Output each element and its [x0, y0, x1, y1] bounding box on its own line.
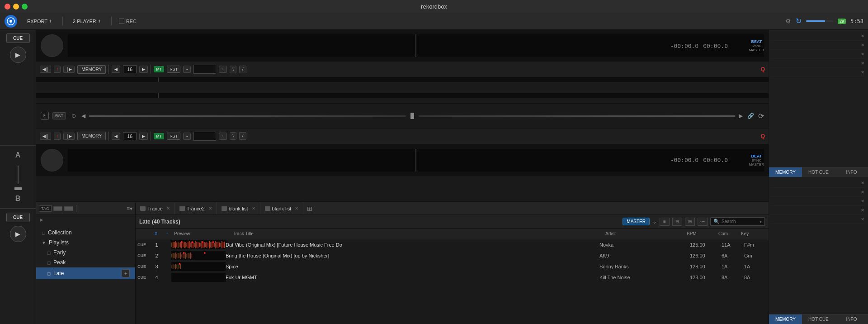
blank2-tab-close[interactable]: ✕ — [295, 206, 298, 211]
minimize-button[interactable] — [13, 4, 19, 10]
deck-b-pitch-display[interactable] — [193, 132, 216, 141]
col-artist[interactable]: Artist — [604, 231, 685, 236]
deck-b-fwd-btn[interactable]: ║▶ — [63, 133, 75, 140]
deck-b-back-btn[interactable]: ◀║ — [40, 133, 51, 140]
col-bpm[interactable]: BPM — [685, 231, 717, 236]
mixer-link-icon[interactable]: ⟳ — [758, 112, 764, 120]
cue-close-5[interactable]: ✕ — [861, 70, 864, 75]
memory-tab-b[interactable]: MEMORY — [769, 314, 802, 324]
view-wave-btn[interactable]: 〜 — [698, 218, 708, 226]
playlist-tab-trance[interactable]: Trance ✕ — [136, 202, 175, 214]
deck-a-plus-btn[interactable]: + — [219, 66, 226, 73]
nav-item-peak[interactable]: ◻ Peak — [36, 257, 135, 267]
deck-b-memory-button[interactable]: MEMORY — [77, 132, 106, 140]
settings-icon[interactable]: ⚙ — [785, 18, 791, 25]
info-tab-a[interactable]: INFO — [835, 167, 868, 177]
deck-b-rst-button[interactable]: RST — [167, 133, 180, 140]
track-search-input[interactable] — [722, 219, 758, 224]
deck-b-cue-button[interactable]: CUE — [6, 213, 30, 222]
mixer-crossfader[interactable] — [89, 115, 406, 117]
deck-a-waveform-canvas[interactable] — [68, 34, 764, 57]
cue-b-close-1[interactable]: ✕ — [861, 181, 864, 186]
table-row[interactable]: CUE 4 Fuk Ur MGMT Kill The Noise 128.00 … — [136, 272, 769, 283]
deck-a-loop-next[interactable]: ▶ — [139, 66, 148, 73]
playlist-tab-trance2[interactable]: Trance2 ✕ — [175, 202, 217, 214]
col-title[interactable]: Track Title — [231, 231, 604, 236]
crossfader-center[interactable] — [410, 113, 414, 119]
tag-color-1[interactable] — [53, 206, 62, 211]
nav-item-early[interactable]: ◻ Early — [36, 248, 135, 257]
deck-a-minus-btn[interactable]: − — [183, 66, 191, 73]
nav-item-late[interactable]: ◻ Late + — [36, 267, 135, 279]
deck-a-exclaim-btn[interactable]: ! — [54, 66, 61, 73]
nav-item-playlists[interactable]: ▼ Playlists — [36, 238, 135, 248]
nav-item-collection[interactable]: ◻ Collection — [36, 228, 135, 238]
memory-tab-a[interactable]: MEMORY — [769, 167, 802, 177]
cue-close-1[interactable]: ✕ — [861, 33, 864, 38]
deck-a-loop-prev[interactable]: ◀ — [112, 66, 120, 73]
blank1-tab-close[interactable]: ✕ — [252, 206, 255, 211]
col-sort-arrow[interactable]: ↑ — [165, 231, 173, 236]
table-row[interactable]: CUE 3 — [136, 261, 769, 272]
nav-collapse-btn[interactable]: ▶ — [36, 215, 135, 224]
deck-a-cue-button[interactable]: CUE — [6, 33, 30, 43]
deck-a-mt-button[interactable]: MT — [154, 66, 164, 72]
info-tab-b[interactable]: INFO — [835, 314, 868, 324]
export-button[interactable]: EXPORT ⬍ — [24, 17, 55, 25]
deck-b-slope2-btn[interactable]: ⧸ — [239, 132, 246, 140]
search-dropdown-icon[interactable]: ▾ — [760, 219, 762, 224]
deck-a-rst-button[interactable]: RST — [167, 66, 180, 73]
master-select-button[interactable]: MASTER — [623, 218, 650, 225]
deck-b-loop-prev[interactable]: ◀ — [112, 133, 120, 140]
cue-close-4[interactable]: ✕ — [861, 61, 864, 66]
view-list-btn[interactable]: ≡ — [660, 218, 670, 226]
col-key[interactable]: Key — [740, 231, 767, 236]
deck-a-mini-waveform[interactable] — [36, 77, 769, 98]
mixer-arrow-right[interactable]: ▶ — [739, 113, 743, 119]
rec-checkbox[interactable] — [119, 19, 124, 24]
tag-color-2[interactable] — [64, 206, 73, 211]
deck-a-memory-button[interactable]: MEMORY — [77, 65, 106, 74]
add-playlist-button[interactable]: + — [122, 269, 130, 277]
deck-b-play-button[interactable]: ▶ — [10, 226, 26, 242]
trance2-tab-close[interactable]: ✕ — [208, 206, 212, 211]
playlist-tab-blank2[interactable]: blank list ✕ — [260, 202, 304, 214]
window-controls[interactable] — [5, 4, 28, 10]
track-search-box[interactable]: 🔍 ▾ — [710, 217, 765, 226]
deck-a-back-btn[interactable]: ◀║ — [40, 66, 51, 73]
deck-b-slope-btn[interactable]: ⧵ — [230, 132, 236, 140]
hot-cue-tab-b[interactable]: HOT CUE — [802, 314, 835, 324]
mixer-arrow-left[interactable]: ◀ — [81, 113, 85, 119]
cue-b-close-4[interactable]: ✕ — [861, 208, 864, 213]
mixer-rst-button[interactable]: RST — [52, 112, 66, 119]
cue-b-close-5[interactable]: ✕ — [861, 217, 864, 222]
master-chevron-icon[interactable]: ⌄ — [652, 219, 657, 225]
cue-close-3[interactable]: ✕ — [861, 52, 864, 57]
view-grid-btn[interactable]: ⊞ — [685, 218, 695, 226]
maximize-button[interactable] — [22, 4, 28, 10]
cue-b-close-3[interactable]: ✕ — [861, 199, 864, 204]
deck-a-fwd-btn[interactable]: ║▶ — [63, 66, 75, 73]
player-mode-button[interactable]: 2 PLAYER ⬍ — [70, 17, 104, 25]
table-row[interactable]: CUE 2 — [136, 250, 769, 261]
col-num[interactable]: # — [153, 231, 165, 236]
view-detail-btn[interactable]: ⊟ — [672, 218, 682, 226]
table-row[interactable]: CUE 1 — [136, 239, 769, 250]
hot-cue-tab-a[interactable]: HOT CUE — [802, 167, 835, 177]
close-button[interactable] — [5, 4, 10, 10]
deck-b-plus-btn[interactable]: + — [219, 133, 226, 140]
trance-tab-close[interactable]: ✕ — [166, 206, 170, 211]
refresh-icon[interactable]: ↻ — [796, 17, 802, 25]
deck-b-waveform-canvas[interactable] — [68, 149, 764, 172]
deck-a-play-button[interactable]: ▶ — [10, 47, 26, 63]
deck-b-minus-btn[interactable]: − — [183, 133, 191, 140]
deck-a-slope2-btn[interactable]: ⧸ — [239, 66, 246, 73]
deck-a-pitch-display[interactable] — [193, 65, 216, 74]
volume-slider[interactable] — [806, 20, 833, 22]
deck-a-slope-btn[interactable]: ⧵ — [230, 66, 236, 73]
deck-b-mt-button[interactable]: MT — [154, 133, 164, 139]
cue-b-close-2[interactable]: ✕ — [861, 190, 864, 195]
deck-b-loop-next[interactable]: ▶ — [139, 133, 148, 140]
playlist-tab-blank1[interactable]: blank list ✕ — [217, 202, 260, 214]
mixer-crossfader-r[interactable] — [419, 115, 736, 117]
